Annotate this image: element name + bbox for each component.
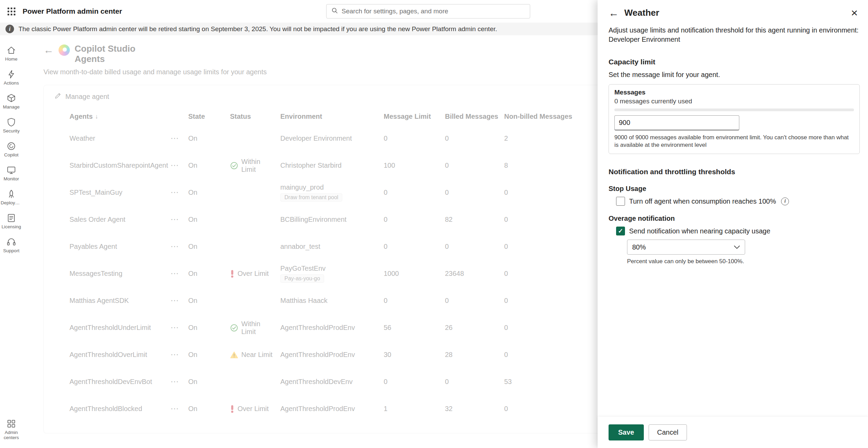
stop-usage-label: Stop Usage: [609, 185, 860, 193]
row-more-button[interactable]: ⋯: [170, 350, 179, 359]
monitor-icon: [6, 165, 16, 175]
info-icon: i: [5, 25, 14, 33]
percent-dropdown-value: 80%: [632, 243, 646, 251]
agent-status: Within Limit: [230, 158, 280, 174]
sidebar-item-actions[interactable]: Actions: [0, 65, 23, 89]
sidebar-item-label: Monitor: [3, 176, 19, 181]
sort-desc-icon: ↓: [95, 113, 98, 120]
row-more-button[interactable]: ⋯: [170, 269, 179, 278]
billed-messages: 82: [445, 216, 504, 223]
message-limit: 0: [384, 378, 445, 386]
column-header-agents[interactable]: Agents↓: [69, 113, 170, 120]
agent-environment: mainguy_prodDraw from tenant pool: [280, 183, 384, 202]
billed-messages: 26: [445, 324, 504, 332]
info-tooltip-icon[interactable]: i: [781, 197, 789, 205]
over-limit-icon: [230, 270, 234, 278]
agent-status: Within Limit: [230, 320, 280, 336]
within-limit-icon: [230, 162, 238, 170]
sidebar-item-admincenters[interactable]: Admin centers: [0, 414, 23, 444]
agent-name: Matthias AgentSDK: [69, 297, 170, 305]
app-launcher-button[interactable]: [0, 0, 23, 23]
row-more-button[interactable]: ⋯: [170, 242, 179, 251]
lightning-icon: [6, 69, 16, 79]
stop-usage-checkbox-label: Turn off agent when consumption reaches …: [629, 197, 776, 205]
row-more-button[interactable]: ⋯: [170, 161, 179, 170]
agent-environment: Developer Environment: [280, 135, 384, 142]
headset-icon: [6, 237, 16, 247]
sidebar-nav: HomeActionsManageSecurityCopilotMonitorD…: [0, 35, 23, 448]
agent-state: On: [188, 162, 230, 169]
stop-usage-checkbox[interactable]: [616, 197, 625, 206]
cancel-button[interactable]: Cancel: [649, 424, 687, 440]
waffle-icon: [8, 8, 15, 15]
column-header-status[interactable]: Status: [230, 113, 280, 120]
sidebar-item-support[interactable]: Support: [0, 233, 23, 257]
grid-icon: [6, 419, 16, 429]
sidebar-item-label: Security: [3, 128, 20, 133]
message-limit-input[interactable]: [614, 115, 739, 130]
agent-name: Weather: [69, 135, 170, 142]
panel-title: Weather: [624, 8, 659, 18]
sidebar-item-security[interactable]: Security: [0, 113, 23, 137]
back-button[interactable]: ←: [43, 45, 54, 55]
banner-text: The classic Power Platform admin center …: [18, 25, 497, 33]
agent-environment: annabor_test: [280, 243, 384, 251]
agent-status: Over Limit: [230, 405, 280, 413]
sidebar-item-licensing[interactable]: Licensing: [0, 209, 23, 233]
sidebar-item-manage[interactable]: Manage: [0, 89, 23, 113]
sidebar-item-deploym[interactable]: Deploym...: [0, 185, 23, 209]
sidebar-item-monitor[interactable]: Monitor: [0, 161, 23, 185]
license-icon: [6, 213, 16, 223]
close-icon[interactable]: ×: [849, 8, 860, 18]
billed-messages: 0: [445, 135, 504, 142]
home-icon: [6, 45, 16, 55]
agent-state: On: [188, 351, 230, 359]
message-limit: 30: [384, 351, 445, 359]
save-button[interactable]: Save: [609, 424, 644, 440]
shield-icon: [6, 117, 16, 127]
row-more-button[interactable]: ⋯: [170, 133, 179, 143]
column-header-billed-messages[interactable]: Billed Messages: [445, 113, 504, 120]
global-search[interactable]: [326, 4, 530, 18]
capacity-box: Messages 0 messages currently used 9000 …: [609, 84, 860, 154]
billed-messages: 0: [445, 189, 504, 196]
sidebar-item-label: Deploym...: [1, 200, 22, 205]
row-more-button[interactable]: ⋯: [170, 215, 179, 224]
column-header-environment[interactable]: Environment: [280, 113, 384, 120]
column-header-state[interactable]: State: [188, 113, 230, 120]
percent-dropdown[interactable]: 80%: [627, 240, 745, 255]
copilot-icon: [6, 141, 16, 151]
row-more-button[interactable]: ⋯: [170, 296, 179, 305]
billed-messages: 0: [445, 297, 504, 305]
row-more-button[interactable]: ⋯: [170, 377, 179, 386]
billed-messages: 23648: [445, 270, 504, 278]
manage-agent-button[interactable]: Manage agent: [54, 92, 109, 101]
agent-environment: Christopher Starbird: [280, 162, 384, 169]
agent-state: On: [188, 135, 230, 142]
agent-environment: AgentThresholdProdEnv: [280, 351, 384, 359]
message-limit: 56: [384, 324, 445, 332]
messages-label: Messages: [614, 89, 854, 96]
column-header-message-limit[interactable]: Message Limit: [384, 113, 445, 120]
environment-badge: Pay-as-you-go: [280, 274, 324, 283]
agent-environment: AgentThresholdProdEnv: [280, 324, 384, 332]
overage-notification-checkbox[interactable]: ✓: [616, 227, 625, 235]
message-limit: 0: [384, 297, 445, 305]
panel-back-button[interactable]: ←: [609, 8, 619, 18]
message-limit: 0: [384, 189, 445, 196]
message-limit: 0: [384, 135, 445, 142]
sidebar-item-home[interactable]: Home: [0, 41, 23, 65]
agent-environment: BCBillingEnvironment: [280, 216, 384, 223]
search-input[interactable]: [342, 8, 525, 15]
row-more-button[interactable]: ⋯: [170, 323, 179, 332]
agent-name: AgentThresholdBlocked: [69, 405, 170, 413]
row-more-button[interactable]: ⋯: [170, 188, 179, 197]
chevron-down-icon: [734, 245, 740, 249]
billed-messages: 32: [445, 405, 504, 413]
sidebar-item-copilot[interactable]: Copilot: [0, 137, 23, 161]
message-limit: 0: [384, 216, 445, 223]
sidebar-item-label: Copilot: [4, 152, 18, 157]
agent-state: On: [188, 189, 230, 196]
sidebar-item-label: Admin centers: [1, 430, 22, 440]
row-more-button[interactable]: ⋯: [170, 404, 179, 413]
